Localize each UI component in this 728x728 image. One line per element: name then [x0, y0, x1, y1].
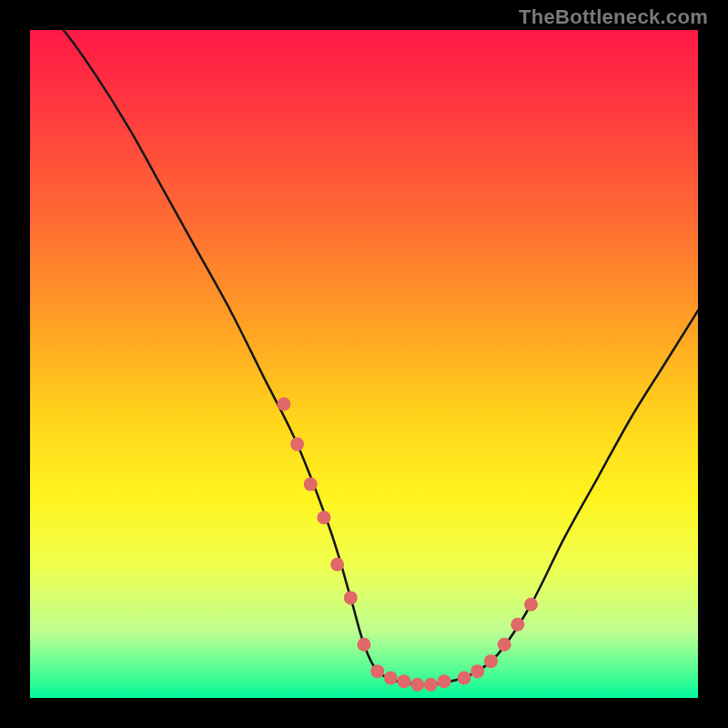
chart-container: TheBottleneck.com — [0, 0, 728, 728]
data-marker — [424, 678, 438, 692]
data-marker — [304, 478, 318, 491]
data-marker — [398, 674, 411, 688]
data-marker — [484, 654, 498, 668]
bottleneck-curve — [30, 30, 698, 685]
data-marker — [524, 598, 538, 612]
data-marker — [384, 671, 398, 684]
data-marker — [410, 678, 424, 692]
data-marker — [290, 438, 304, 451]
plot-area — [30, 30, 698, 698]
data-marker — [277, 398, 290, 411]
data-marker — [511, 618, 524, 632]
data-marker — [358, 638, 371, 652]
data-marker — [470, 664, 484, 678]
data-marker — [317, 511, 330, 524]
watermark-text: TheBottleneck.com — [519, 5, 708, 29]
data-marker — [498, 638, 511, 652]
data-marker — [458, 671, 471, 684]
data-marker — [344, 591, 358, 604]
data-marker — [438, 674, 451, 688]
data-marker — [370, 664, 384, 678]
curve-overlay — [30, 30, 698, 698]
data-marker — [330, 558, 344, 571]
